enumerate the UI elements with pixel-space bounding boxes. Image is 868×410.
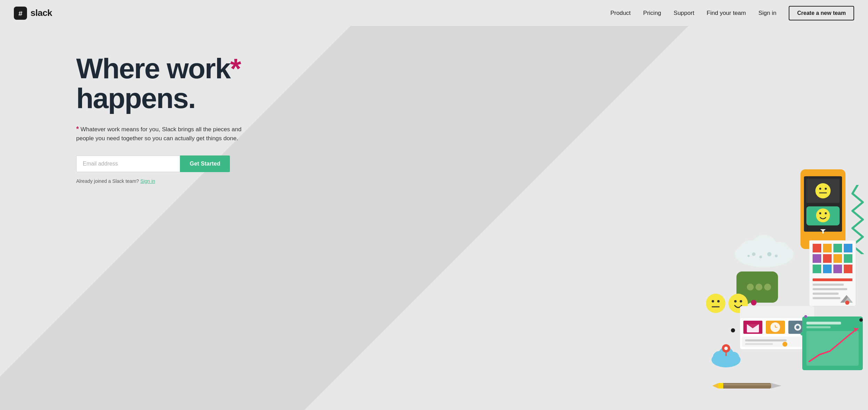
svg-point-5 [815, 183, 831, 198]
svg-point-83 [728, 352, 739, 363]
nav-links: Product Pricing Support Find your team S… [610, 6, 854, 20]
svg-rect-27 [823, 244, 832, 252]
hero-subtext: * Whatever work means for you, Slack bri… [76, 124, 242, 143]
svg-point-10 [816, 208, 830, 222]
sign-in-link[interactable]: Sign in [140, 178, 155, 184]
headline-asterisk: * [230, 53, 241, 84]
svg-marker-91 [712, 383, 718, 389]
svg-rect-37 [844, 265, 852, 273]
svg-point-21 [759, 256, 762, 258]
hero-section: Where work* happens. * Whatever work mea… [0, 26, 868, 410]
slack-logo-icon: # [14, 7, 27, 20]
email-form: Get Started [76, 155, 242, 172]
svg-point-49 [764, 284, 771, 291]
svg-rect-76 [806, 322, 841, 324]
svg-rect-74 [745, 343, 773, 345]
svg-point-50 [706, 294, 725, 313]
svg-rect-39 [813, 284, 844, 286]
svg-rect-35 [823, 265, 832, 273]
svg-point-48 [755, 284, 762, 291]
svg-point-24 [748, 255, 750, 257]
svg-point-23 [775, 255, 778, 257]
svg-rect-42 [813, 297, 840, 299]
svg-point-6 [819, 188, 821, 190]
svg-rect-73 [745, 339, 787, 341]
svg-point-93 [731, 328, 735, 332]
nav-pricing[interactable]: Pricing [643, 10, 661, 16]
already-joined-text: Already joined a Slack team? Sign in [76, 178, 242, 184]
subtext-body: Whatever work means for you, Slack bring… [76, 126, 241, 142]
phone-illustration [799, 168, 847, 251]
svg-point-20 [752, 252, 755, 256]
svg-point-22 [767, 252, 771, 256]
svg-point-51 [712, 300, 714, 303]
svg-point-55 [734, 300, 737, 303]
headline-line1: Where work [76, 53, 230, 84]
svg-rect-28 [833, 244, 842, 252]
logo-text: slack [30, 8, 52, 18]
svg-rect-40 [813, 288, 847, 290]
svg-point-47 [747, 284, 754, 291]
svg-rect-33 [844, 254, 852, 263]
create-new-team-button[interactable]: Create a new team [789, 6, 854, 20]
svg-rect-32 [833, 254, 842, 263]
svg-point-7 [825, 188, 827, 190]
svg-rect-38 [813, 278, 852, 281]
cloud-location-illustration [709, 341, 743, 368]
svg-point-11 [819, 212, 821, 214]
svg-rect-30 [813, 254, 821, 263]
svg-rect-29 [844, 244, 852, 252]
navbar: # slack Product Pricing Support Find you… [0, 0, 868, 26]
headline-line2: happens. [76, 82, 195, 114]
chart-illustration [802, 317, 865, 372]
svg-rect-36 [833, 265, 842, 273]
svg-point-56 [740, 300, 742, 303]
email-input[interactable] [76, 155, 180, 172]
nav-find-team[interactable]: Find your team [707, 10, 746, 16]
nav-support[interactable]: Support [674, 10, 695, 16]
subtext-asterisk: * [76, 125, 79, 133]
svg-point-85 [724, 347, 728, 350]
svg-rect-88 [723, 384, 771, 385]
svg-point-52 [717, 300, 720, 303]
svg-marker-89 [771, 383, 781, 389]
svg-point-71 [796, 326, 799, 329]
svg-rect-90 [718, 383, 723, 389]
svg-rect-14 [822, 229, 824, 233]
svg-rect-41 [813, 293, 839, 295]
get-started-button[interactable]: Get Started [180, 155, 230, 172]
document-illustration [809, 240, 858, 310]
svg-rect-77 [806, 326, 831, 328]
nav-product[interactable]: Product [610, 10, 631, 16]
hero-illustrations [633, 157, 868, 410]
svg-rect-31 [823, 254, 832, 263]
pen-illustration [712, 379, 781, 393]
logo-area[interactable]: # slack [14, 7, 52, 20]
cloud-illustration [730, 233, 799, 268]
svg-rect-34 [813, 265, 821, 273]
svg-point-12 [825, 212, 827, 214]
svg-point-19 [770, 242, 789, 261]
svg-rect-26 [813, 244, 821, 252]
svg-text:#: # [18, 9, 23, 17]
nav-sign-in[interactable]: Sign in [759, 10, 777, 16]
hero-content: Where work* happens. * Whatever work mea… [0, 26, 242, 205]
hero-headline: Where work* happens. [76, 54, 242, 113]
